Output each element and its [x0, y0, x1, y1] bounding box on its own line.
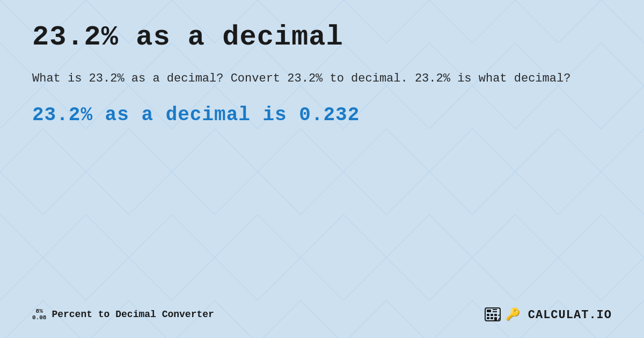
result-text: 23.2% as a decimal is 0.232 — [32, 104, 612, 126]
percent-fraction-icon: 8% 0.08 — [32, 308, 46, 321]
footer-right: 🔑 CALCULAT.IO — [484, 307, 612, 322]
svg-rect-42 — [487, 310, 491, 312]
page-description: What is 23.2% as a decimal? Convert 23.2… — [32, 69, 612, 88]
svg-rect-45 — [494, 314, 497, 316]
calculat-io-logo — [484, 307, 501, 322]
percent-bottom: 0.08 — [32, 314, 46, 321]
converter-label: Percent to Decimal Converter — [52, 309, 214, 320]
svg-rect-46 — [487, 317, 489, 319]
svg-rect-44 — [491, 314, 493, 316]
svg-rect-48 — [494, 317, 497, 321]
footer-left: 8% 0.08 Percent to Decimal Converter — [32, 308, 214, 321]
calculat-io-text: 🔑 CALCULAT.IO — [506, 307, 612, 322]
page-title: 23.2% as a decimal — [32, 21, 612, 53]
svg-rect-47 — [491, 317, 493, 319]
calculator-icon — [484, 307, 501, 322]
svg-rect-43 — [487, 314, 489, 316]
percent-top: 8% — [36, 308, 43, 314]
